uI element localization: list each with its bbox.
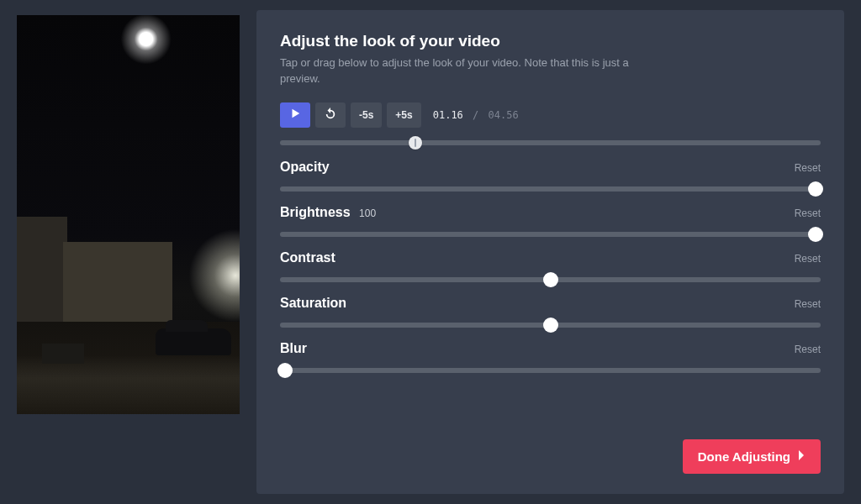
opacity-label: Opacity [280,160,330,175]
saturation-control: Saturation Reset [280,296,821,333]
blur-label: Blur [280,341,307,356]
panel-title: Adjust the look of your video [280,32,821,50]
contrast-reset-button[interactable]: Reset [795,253,821,265]
video-preview[interactable] [17,15,240,414]
contrast-control: Contrast Reset [280,250,821,287]
slider-knob[interactable] [543,318,558,333]
brightness-value: 100 [359,207,376,219]
brightness-label: Brightness 100 [280,205,376,220]
done-label: Done Adjusting [698,449,790,464]
slider-knob[interactable] [543,272,558,287]
brightness-slider[interactable] [280,227,821,242]
adjustment-panel: Adjust the look of your video Tap or dra… [256,10,844,494]
panel-subtitle: Tap or drag below to adjust the look of … [280,55,650,87]
slider-knob[interactable] [277,363,293,378]
contrast-label: Contrast [280,250,335,265]
preview-building [17,217,67,334]
opacity-slider[interactable] [280,181,821,197]
timeline-track [280,140,821,145]
chevron-right-icon [797,449,806,464]
saturation-reset-button[interactable]: Reset [795,298,821,310]
brightness-label-text: Brightness [280,205,351,219]
preview-bench [42,344,84,364]
timecode: 01.16 / 04.56 [433,109,519,121]
done-adjusting-button[interactable]: Done Adjusting [683,439,821,474]
preview-reflection [17,355,240,414]
play-button[interactable] [280,102,310,128]
restart-button[interactable] [315,102,346,128]
slider-track [280,232,821,237]
play-icon [289,108,301,122]
preview-streetlight-glow [185,225,240,326]
opacity-reset-button[interactable]: Reset [795,162,821,174]
skip-forward-button[interactable]: +5s [387,102,420,128]
panel-footer: Done Adjusting [280,433,821,474]
opacity-control: Opacity Reset [280,160,821,197]
skip-back-button[interactable]: -5s [351,102,382,128]
timeline-playhead[interactable] [409,136,422,150]
timecode-separator: / [473,109,478,121]
transport-bar: -5s +5s 01.16 / 04.56 [280,102,821,128]
current-time: 01.16 [433,109,463,121]
contrast-slider[interactable] [280,272,821,287]
slider-track [280,186,821,192]
saturation-slider[interactable] [280,318,821,333]
blur-slider[interactable] [280,363,821,378]
slider-knob[interactable] [808,181,823,197]
preview-car [156,328,231,355]
blur-reset-button[interactable]: Reset [795,344,821,355]
slider-knob[interactable] [808,227,823,242]
brightness-control: Brightness 100 Reset [280,205,821,242]
duration: 04.56 [489,109,519,121]
restart-icon [325,108,336,122]
slider-track [280,368,821,373]
timeline-scrubber[interactable] [280,136,821,150]
brightness-reset-button[interactable]: Reset [795,207,821,219]
blur-control: Blur Reset [280,341,821,378]
saturation-label: Saturation [280,296,346,311]
